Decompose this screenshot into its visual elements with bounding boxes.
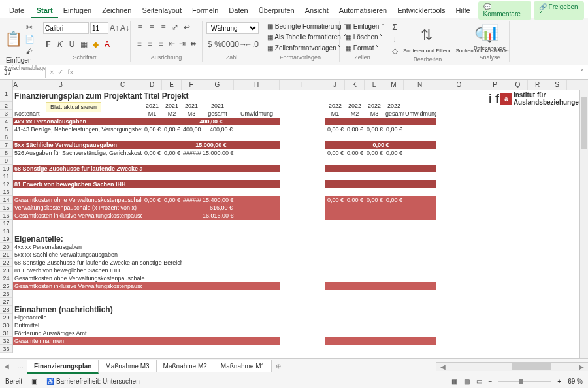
- insert-cells[interactable]: ▦ Einfügen ˅: [344, 22, 381, 31]
- cell-r5[interactable]: 0,00 €: [142, 125, 162, 133]
- cell-r16[interactable]: [325, 212, 436, 220]
- cell-r3[interactable]: Umwidmung: [404, 110, 436, 118]
- menu-entwicklertools[interactable]: Entwicklertools: [392, 4, 450, 17]
- cell-r25[interactable]: Gesamtkosten inklusive Verwaltungskosten…: [13, 282, 142, 290]
- formula-input[interactable]: [77, 71, 576, 74]
- cell-r2[interactable]: 2022: [345, 102, 365, 110]
- indent-decrease-icon[interactable]: ⇤: [167, 39, 177, 49]
- row-header-27[interactable]: 27: [0, 298, 12, 306]
- cell-r14[interactable]: [234, 196, 280, 204]
- delete-cells[interactable]: ▦ Löschen ˅: [344, 33, 381, 41]
- row-header-13[interactable]: 13: [0, 188, 12, 196]
- cell-r2[interactable]: 2022: [384, 102, 404, 110]
- horizontal-scrollbar[interactable]: ◀▶: [436, 362, 588, 371]
- select-all-corner[interactable]: [0, 80, 13, 90]
- cell-r4[interactable]: 400,00 €: [142, 118, 280, 125]
- cell-r25[interactable]: [234, 282, 280, 290]
- cell-r14[interactable]: 15.400,00 €: [201, 196, 234, 204]
- col-header-G[interactable]: G: [201, 80, 234, 90]
- cell-r3[interactable]: Umwidmung: [234, 110, 280, 118]
- row-header-6[interactable]: 6: [0, 133, 12, 141]
- row-header-21[interactable]: 21: [0, 251, 12, 259]
- row-header-16[interactable]: 16: [0, 212, 12, 220]
- fill-icon[interactable]: ↓: [389, 34, 400, 44]
- paste-icon[interactable]: 📋: [4, 29, 23, 50]
- cell-r3[interactable]: gesamt: [384, 110, 404, 118]
- cell-r3[interactable]: gesamt: [201, 110, 234, 118]
- col-header-O[interactable]: O: [436, 80, 482, 90]
- cell-r3[interactable]: M2: [162, 110, 182, 118]
- fx-icon[interactable]: fx: [67, 68, 73, 76]
- cell-r4[interactable]: [325, 118, 436, 125]
- col-header-R[interactable]: R: [528, 80, 547, 90]
- align-middle-icon[interactable]: ≡: [146, 22, 157, 33]
- merge-icon[interactable]: ⬌: [189, 39, 199, 49]
- row-header-9[interactable]: 9: [0, 157, 12, 165]
- cell-r14[interactable]: 0,00 €: [162, 196, 182, 204]
- cell-r10[interactable]: [325, 165, 436, 172]
- cell-r7[interactable]: 5xx Sächliche Verwaltungsausgaben: [13, 141, 142, 149]
- align-center-icon[interactable]: ≡: [146, 39, 155, 49]
- zoom-level[interactable]: 69 %: [568, 378, 583, 385]
- font-name-select[interactable]: [43, 22, 89, 34]
- macro-record-icon[interactable]: ▣: [31, 378, 37, 385]
- cell-r20[interactable]: 4xx xx Personalausgaben: [13, 243, 182, 251]
- cell-r16[interactable]: Gesamtkosten inklusive Verwaltungskosten…: [13, 212, 142, 220]
- row-header-25[interactable]: 25: [0, 282, 12, 290]
- cell-r31[interactable]: Förderung Auswärtiges Amt: [13, 329, 182, 337]
- align-top-icon[interactable]: ≡: [135, 22, 145, 33]
- increase-font-icon[interactable]: A↑: [110, 23, 119, 33]
- row-header-10[interactable]: 10: [0, 165, 12, 172]
- cell-r5[interactable]: 0,00 €: [325, 125, 345, 133]
- tab-nav-prev[interactable]: ◀: [0, 363, 13, 370]
- col-header-L[interactable]: L: [365, 80, 384, 90]
- row-header-33[interactable]: 33: [0, 345, 12, 353]
- thousands-icon[interactable]: 000: [223, 39, 233, 50]
- cell-r19[interactable]: Eigenanteile:: [13, 235, 142, 243]
- sort-filter-icon[interactable]: ⇅: [416, 25, 437, 46]
- format-as-table[interactable]: ▦ Als Tabelle formatieren ˅: [265, 33, 335, 41]
- cell-r8[interactable]: 0,00 €: [325, 149, 345, 157]
- cell-r16[interactable]: [234, 212, 280, 220]
- cell-r5[interactable]: 0,00 €: [384, 125, 404, 133]
- cell-r2[interactable]: 2021: [201, 102, 234, 110]
- row-header-4[interactable]: 4: [0, 118, 12, 125]
- col-header-Q[interactable]: Q: [508, 80, 528, 90]
- menu-einfügen[interactable]: Einfügen: [58, 4, 97, 17]
- conditional-formatting[interactable]: ▦ Bedingte Formatierung ˅: [265, 22, 335, 31]
- cell-r28[interactable]: Einnahmen (nachrichtlich): [13, 306, 142, 314]
- row-header-17[interactable]: 17: [0, 220, 12, 227]
- comments-button[interactable]: 💬 Kommentare: [478, 1, 531, 20]
- cell-r14[interactable]: 0,00 €: [142, 196, 162, 204]
- menu-daten[interactable]: Daten: [223, 4, 253, 17]
- row-header-19[interactable]: 19: [0, 235, 12, 243]
- row-header-30[interactable]: 30: [0, 321, 12, 329]
- sheet-tab-Finanzierungsplan[interactable]: Finanzierungsplan: [27, 360, 99, 374]
- row-header-15[interactable]: 15: [0, 204, 12, 212]
- col-header-H[interactable]: H: [234, 80, 280, 90]
- cell-r32[interactable]: [201, 337, 234, 345]
- cell-r14[interactable]: ########: [182, 196, 201, 204]
- cell-r2[interactable]: 2022: [365, 102, 384, 110]
- border-icon[interactable]: ▦: [78, 39, 89, 50]
- menu-seitenlayout[interactable]: Seitenlayout: [137, 4, 187, 17]
- col-header-M[interactable]: M: [384, 80, 404, 90]
- copy-icon[interactable]: 📄: [24, 34, 35, 44]
- align-left-icon[interactable]: ≡: [135, 39, 144, 49]
- wrap-text-icon[interactable]: ↩: [182, 22, 192, 33]
- cell-r3[interactable]: M3: [365, 110, 384, 118]
- cell-r3[interactable]: Kostenart: [13, 110, 103, 118]
- cell-r5[interactable]: 0,00 €: [345, 125, 365, 133]
- menu-überprüfen[interactable]: Überprüfen: [253, 4, 300, 17]
- row-header-29[interactable]: 29: [0, 314, 12, 321]
- tab-nav-more[interactable]: …: [13, 363, 27, 370]
- row-header-12[interactable]: 12: [0, 180, 12, 188]
- cell-r5[interactable]: 41-43 Bezüge, Nebenleistungen, Versorgun…: [13, 125, 142, 133]
- row-header-2[interactable]: 2: [0, 102, 12, 110]
- underline-button[interactable]: U: [67, 39, 77, 50]
- accessibility-status[interactable]: ♿ Barrierefreiheit: Untersuchen: [46, 378, 140, 385]
- row-header-3[interactable]: 3: [0, 110, 12, 118]
- new-sheet-button[interactable]: ⊕: [272, 363, 285, 370]
- cell-r4[interactable]: 4xx xx Personalausgaben: [13, 118, 142, 125]
- cell-r5[interactable]: 400,00 €: [201, 125, 234, 133]
